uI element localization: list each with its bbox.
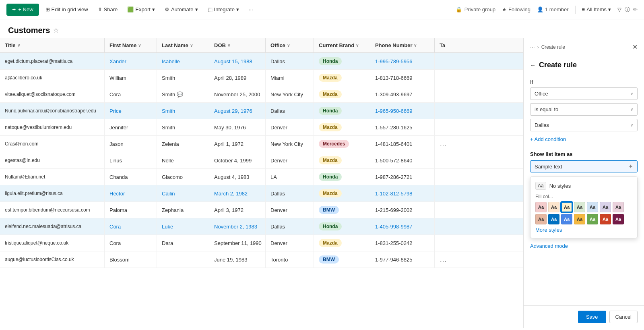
color-swatch-11[interactable]: Aa [587,214,598,224]
color-swatch-2[interactable]: Aa [561,202,572,212]
cell-office: Toronto [266,251,314,268]
color-swatch-12[interactable]: Aa [600,214,611,224]
color-swatch-3[interactable]: Aa [574,202,585,212]
cell-phone[interactable]: 1-965-950-6669 [370,103,435,119]
cell-firstname: Chanda [105,169,157,185]
cell-dob: June 19, 1983 [209,251,266,268]
no-styles-label: No styles [549,183,571,189]
table-row: tristique.aliquet@neque.co.ukCoraDaraSep… [0,235,523,251]
cell-title: ligula.elit.pretium@risus.ca [0,185,105,201]
cell-phone[interactable]: 1-405-998-9987 [370,218,435,235]
table-row: Cras@non.comJasonZeleniaApril 1, 1972New… [0,136,523,152]
cell-ta [435,169,459,185]
add-condition-button[interactable]: + Add condition [530,135,638,144]
cell-title: tristique.aliquet@neque.co.uk [0,235,105,251]
cell-office: Denver [266,202,314,218]
color-swatch-13[interactable]: Aa [613,214,624,224]
col-header-office[interactable]: Office ∨ [266,38,314,52]
col-header-title[interactable]: Title ∨ [0,38,105,52]
cell-firstname: Cora [105,86,157,102]
cell-dob: May 30, 1976 [209,119,266,135]
cell-dob[interactable]: August 29, 1976 [209,103,266,119]
color-swatch-1[interactable]: Aa [548,202,559,212]
filter-icon[interactable]: ▽ [617,6,621,12]
cell-ta: … [435,136,459,152]
cell-firstname: William [105,70,157,86]
save-button[interactable]: Save [578,311,606,323]
chevron-down-icon: ∨ [630,123,633,127]
toolbar: + New ⊞ Edit in grid view ⇧ Share 🟩 Expo… [0,0,644,19]
integrate-button[interactable]: ⬚ Integrate ▾ [204,5,242,14]
cell-dob[interactable]: August 15, 1988 [209,53,266,69]
col-header-phone[interactable]: Phone Number ∨ [370,38,435,52]
col-header-ta[interactable]: Ta [435,38,459,52]
share-button[interactable]: ⇧ Share [95,5,121,14]
favorite-star-icon[interactable]: ☆ [53,27,59,34]
edit-icon[interactable]: ✏ [633,6,638,12]
color-swatch-0[interactable]: Aa [535,202,547,212]
cell-dob: September 11, 1990 [209,235,266,251]
following-button[interactable]: ★ Following [502,6,530,12]
comment-icon[interactable]: 💬 [177,91,183,98]
condition-dropdown[interactable]: is equal to ∨ [530,103,638,116]
cell-phone: 1-987-286-2721 [370,169,435,185]
color-swatch-9[interactable]: Aa [561,214,572,224]
chevron-down-icon: ∨ [630,107,633,112]
cell-firstname[interactable]: Xander [105,53,157,69]
sample-text: Sample text [535,164,628,170]
cell-firstname[interactable]: Price [105,103,157,119]
new-button[interactable]: + New [6,4,39,16]
col-header-dob[interactable]: DOB ∨ [209,38,266,52]
table-row: augue@luctuslobortisClas.co.ukBlossomJun… [0,251,523,268]
cancel-button[interactable]: Cancel [609,311,638,323]
cell-phone[interactable]: 1-995-789-5956 [370,53,435,69]
table-row: egestas@in.eduLinusNelleOctober 4, 1999D… [0,152,523,169]
advanced-mode-link[interactable]: Advanced mode [530,243,638,249]
col-header-firstname[interactable]: First Name ∨ [105,38,157,52]
export-button[interactable]: 🟩 Export ▾ [124,5,158,14]
cell-firstname[interactable]: Hector [105,185,157,201]
cell-dob[interactable]: March 2, 1982 [209,185,266,201]
wand-icon[interactable]: ✦ [628,163,633,170]
color-swatch-7[interactable]: Aa [535,214,547,224]
cell-firstname[interactable]: Cora [105,218,157,235]
cell-phone[interactable]: 1-102-812-5798 [370,185,435,201]
automate-button[interactable]: ⚙ Automate ▾ [161,5,201,14]
cell-lastname[interactable]: Smith [157,103,209,119]
chevron-down-icon: ▾ [152,6,155,12]
close-icon[interactable]: ✕ [632,43,638,51]
value-dropdown[interactable]: Dallas ∨ [530,119,638,131]
cell-lastname[interactable]: Cailin [157,185,209,201]
more-button[interactable]: ··· [246,5,256,14]
color-swatch-8[interactable]: Aa [548,214,559,224]
cell-lastname[interactable]: Luke [157,218,209,235]
cell-office: Dallas [266,103,314,119]
table-row: Nullam@Etiam.netChandaGiacomoAugust 4, 1… [0,169,523,185]
no-styles-row: Aa No styles [535,182,632,190]
cell-lastname[interactable]: Isabelle [157,53,209,69]
cell-dob[interactable]: November 2, 1983 [209,218,266,235]
more-styles-link[interactable]: More styles [535,227,632,233]
lock-icon: 🔒 [456,6,462,12]
col-header-lastname[interactable]: Last Name ∨ [157,38,209,52]
table-row: a@aclibero.co.ukWilliamSmithApril 28, 19… [0,70,523,86]
right-panel: ··· › Create rule ✕ ← Create rule If Off… [523,38,644,328]
table-row: natoque@vestibulumlorem.eduJenniferSmith… [0,119,523,136]
col-header-brand[interactable]: Current Brand ∨ [314,38,370,52]
cell-title: Nunc.pulvinar.arcu@conubianostraper.edu [0,103,105,119]
cell-dob: April 1, 1972 [209,136,266,152]
cell-brand: Mazda [314,185,370,201]
info-icon[interactable]: ⓘ [625,6,630,13]
color-swatch-10[interactable]: Aa [574,214,585,224]
color-swatch-6[interactable]: Aa [613,202,624,212]
table-row: Nunc.pulvinar.arcu@conubianostraper.eduP… [0,103,523,119]
edit-grid-button[interactable]: ⊞ Edit in grid view [42,5,91,14]
cell-phone: 1-215-699-2002 [370,202,435,218]
cell-title: eget.dictum.placerat@mattis.ca [0,53,105,69]
toolbar-left: + New ⊞ Edit in grid view ⇧ Share 🟩 Expo… [6,4,256,16]
office-dropdown[interactable]: Office ∨ [530,87,638,100]
color-swatch-5[interactable]: Aa [600,202,611,212]
all-items-dropdown[interactable]: ≡ All Items ▾ [582,6,611,12]
color-swatch-4[interactable]: Aa [587,202,598,212]
back-icon[interactable]: ← [530,62,536,68]
